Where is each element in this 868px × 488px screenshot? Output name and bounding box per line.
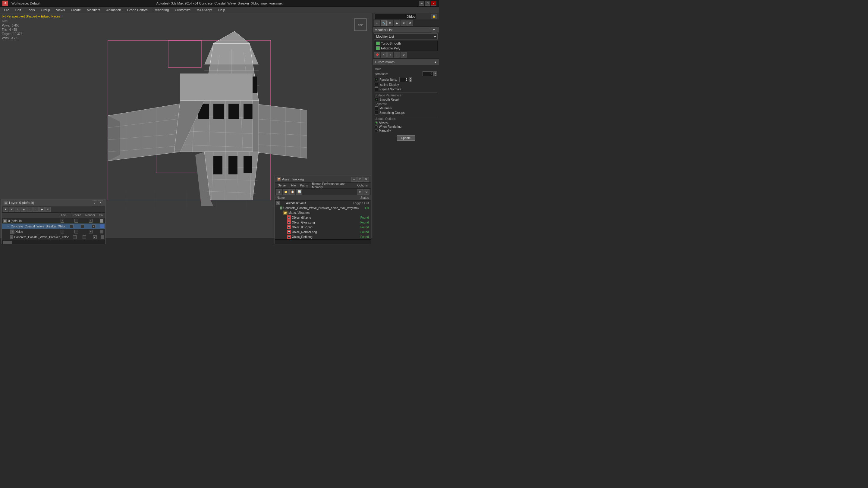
- viewport-nav[interactable]: TOP: [351, 16, 370, 34]
- asset-close-btn[interactable]: ✕: [364, 177, 369, 182]
- asset-menu-file[interactable]: File: [289, 184, 298, 187]
- materials-checkbox[interactable]: [375, 106, 378, 110]
- menu-views[interactable]: Views: [53, 7, 67, 13]
- modifier-dropdown[interactable]: Modifier List: [374, 33, 438, 39]
- menu-graph-editors[interactable]: Graph Editors: [124, 7, 150, 13]
- menu-modifiers[interactable]: Modifiers: [84, 7, 103, 13]
- turbosmooth-section-header[interactable]: TurboSmooth ▲: [373, 59, 439, 65]
- menu-help[interactable]: Help: [216, 7, 228, 13]
- when-rendering-radio[interactable]: [375, 125, 378, 128]
- layer-row-xbloc[interactable]: ○ Xbloc ✓: [2, 229, 105, 234]
- layers-delete-btn[interactable]: ✕: [9, 207, 14, 212]
- maximize-button[interactable]: □: [425, 1, 430, 6]
- asset-row-maps[interactable]: 📁 Maps / Shaders: [275, 210, 371, 215]
- asset-scrollbar[interactable]: [275, 239, 371, 242]
- iterations-input[interactable]: [423, 71, 433, 76]
- concrete-freeze-check[interactable]: [81, 224, 84, 228]
- menu-tools[interactable]: Tools: [24, 7, 38, 13]
- menu-customize[interactable]: Customize: [172, 7, 193, 13]
- iterations-up[interactable]: ▲: [433, 71, 437, 74]
- asset-toolbar-btn3[interactable]: 📋: [289, 189, 296, 195]
- render-iters-down[interactable]: ▼: [409, 79, 412, 82]
- layers-scrollbar[interactable]: [2, 240, 105, 244]
- turbosmooth-checkbox[interactable]: [376, 41, 380, 45]
- asset-row-maxfile[interactable]: 3D Concrete_Coastal_Wave_Breaker_Xbloc_m…: [275, 205, 371, 210]
- menu-rendering[interactable]: Rendering: [151, 7, 172, 13]
- modifier-config-btn[interactable]: ▼: [431, 27, 437, 33]
- hierarchy-tab[interactable]: ⊞: [387, 21, 393, 26]
- isoline-checkbox[interactable]: [375, 83, 378, 87]
- asset-menu-paths[interactable]: Paths: [299, 184, 310, 187]
- concrete-hide-check[interactable]: [70, 224, 73, 228]
- concrete2-hide-check[interactable]: [73, 235, 76, 239]
- utilities-tab[interactable]: ⚙: [407, 21, 413, 26]
- minimize-button[interactable]: ─: [419, 1, 424, 6]
- render-iters-input[interactable]: [399, 77, 408, 82]
- asset-row-vault[interactable]: V Autodesk Vault Logged Out: [275, 201, 371, 205]
- delete-modifier-btn[interactable]: ✕: [381, 52, 387, 58]
- layers-move-up-btn[interactable]: ↑: [27, 207, 33, 212]
- close-button[interactable]: ✕: [431, 1, 436, 6]
- iterations-down[interactable]: ▼: [433, 74, 437, 76]
- menu-file[interactable]: File: [1, 7, 12, 13]
- create-tab[interactable]: ✦: [374, 21, 380, 26]
- lock-icon[interactable]: 🔒: [431, 14, 437, 19]
- asset-row-normal[interactable]: 📷 Xbloc_Normal.png Found: [275, 230, 371, 234]
- update-button[interactable]: Update: [397, 135, 415, 141]
- xbloc-freeze-check[interactable]: [74, 230, 78, 233]
- modifier-turbosmooth[interactable]: TurboSmooth: [374, 41, 437, 46]
- layers-move-down-btn[interactable]: ↓: [33, 207, 38, 212]
- xbloc-hide-check[interactable]: [61, 230, 64, 233]
- layers-close-btn[interactable]: ✕: [98, 200, 103, 205]
- xbloc-render-check[interactable]: ✓: [89, 230, 93, 233]
- object-name-input[interactable]: [375, 14, 417, 19]
- layers-scroll-thumb[interactable]: [3, 241, 12, 244]
- asset-maximize-btn[interactable]: □: [358, 177, 363, 182]
- move-up-btn[interactable]: ↑: [387, 52, 393, 58]
- layers-expand-btn[interactable]: ▶: [39, 207, 44, 212]
- modify-tab[interactable]: 🔧: [381, 21, 387, 26]
- asset-row-ior[interactable]: 📷 Xbloc_IOR.png Found: [275, 225, 371, 230]
- layer-row-concrete[interactable]: ○ Concrete_Coastal_Wave_Breaker_Xbloc ✓: [2, 224, 105, 229]
- menu-maxscript[interactable]: MAXScript: [194, 7, 215, 13]
- asset-minimize-btn[interactable]: ─: [351, 177, 357, 182]
- asset-refresh-btn[interactable]: ↻: [357, 189, 363, 195]
- editablepoly-checkbox[interactable]: [376, 46, 380, 50]
- menu-group[interactable]: Group: [38, 7, 53, 13]
- asset-toolbar-btn2[interactable]: 📁: [283, 189, 289, 195]
- options-btn[interactable]: ⚙: [401, 52, 407, 58]
- display-tab[interactable]: 👁: [401, 21, 407, 26]
- menu-animation[interactable]: Animation: [104, 7, 124, 13]
- smooth-result-checkbox[interactable]: [375, 98, 378, 101]
- layers-add-selected-btn[interactable]: +: [15, 207, 21, 212]
- always-radio[interactable]: [375, 121, 378, 124]
- menu-edit[interactable]: Edit: [13, 7, 24, 13]
- asset-settings-btn[interactable]: ⚙: [364, 189, 370, 195]
- render-iters-up[interactable]: ▲: [409, 77, 412, 79]
- layers-help-btn[interactable]: ?: [92, 200, 97, 205]
- layers-collapse-btn[interactable]: ▼: [45, 207, 51, 212]
- asset-menu-bitmap[interactable]: Bitmap Performance and Memory: [310, 182, 355, 189]
- asset-row-refl[interactable]: 📷 Xbloc_Refl.png Found: [275, 234, 371, 239]
- asset-toolbar-btn1[interactable]: ◈: [276, 189, 282, 195]
- asset-row-diff[interactable]: 📷 Xbloc_diff.png Found: [275, 215, 371, 220]
- smoothing-groups-checkbox[interactable]: [375, 111, 378, 115]
- pin-stack-btn[interactable]: 📌: [374, 52, 380, 58]
- asset-row-gloss[interactable]: 📷 Xbloc_Gloss.png Found: [275, 220, 371, 225]
- modifier-editable-poly[interactable]: Editable Poly: [374, 46, 437, 51]
- asset-toolbar-btn4[interactable]: 📊: [296, 189, 302, 195]
- manually-radio[interactable]: [375, 129, 378, 132]
- motion-tab[interactable]: ▶: [394, 21, 400, 26]
- layers-select-by-layer-btn[interactable]: ◈: [21, 207, 27, 212]
- concrete2-render-check[interactable]: ✓: [93, 235, 97, 239]
- move-down-btn[interactable]: ↓: [394, 52, 400, 58]
- concrete2-freeze-check[interactable]: [83, 235, 86, 239]
- concrete-render-check[interactable]: ✓: [92, 224, 96, 228]
- menu-create[interactable]: Create: [68, 7, 84, 13]
- layer-row-concrete2[interactable]: ○ Concrete_Coastal_Wave_Breaker_Xbloc ✓: [2, 234, 105, 240]
- render-iters-checkbox[interactable]: [375, 78, 378, 82]
- asset-menu-options[interactable]: Options: [355, 184, 370, 187]
- layer-row-default[interactable]: ▤ 0 (default) ✓ ✓: [2, 218, 105, 224]
- asset-menu-server[interactable]: Server: [276, 184, 288, 187]
- layers-new-btn[interactable]: ✦: [3, 207, 8, 212]
